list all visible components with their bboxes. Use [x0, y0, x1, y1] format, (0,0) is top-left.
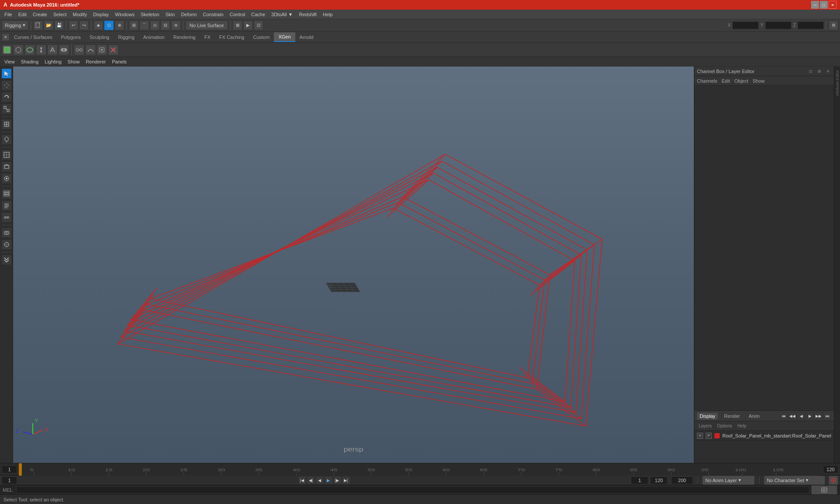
channel-box-btn[interactable]	[1, 189, 12, 199]
play-back-btn[interactable]: ◀	[316, 476, 324, 484]
x-field[interactable]	[732, 21, 759, 29]
layer-nav-first[interactable]: ⏮	[780, 412, 788, 420]
layer-nav-prev[interactable]: ◀	[797, 412, 805, 420]
frame-start-field[interactable]	[2, 466, 17, 473]
menu-item--dtoall--[interactable]: 3DtoAll ▼	[269, 11, 295, 18]
tab-xgen[interactable]: XGen	[274, 32, 295, 42]
menu-item-skeleton[interactable]: Skeleton	[138, 11, 162, 18]
menu-item-file[interactable]: File	[2, 11, 15, 18]
channel-float-btn[interactable]: ⊡	[808, 68, 814, 74]
view-menu-lighting[interactable]: Lighting	[42, 58, 64, 65]
layer-playback[interactable]: P	[706, 433, 712, 439]
char-set-dropdown[interactable]: No Character Set ▾	[764, 476, 825, 485]
view-menu-panels[interactable]: Panels	[109, 58, 130, 65]
go-to-end-btn[interactable]: ▶|	[342, 476, 350, 484]
view-menu-renderer[interactable]: Renderer	[83, 58, 108, 65]
select-tool[interactable]	[1, 68, 12, 79]
auto-key-btn[interactable]	[829, 476, 838, 485]
menu-item-cache[interactable]: Cache	[248, 11, 268, 18]
snap-curve-btn[interactable]: ⌒	[140, 21, 149, 30]
tab-show[interactable]: Show	[752, 78, 765, 84]
current-frame-field[interactable]	[2, 476, 17, 484]
shelf-ik[interactable]	[47, 45, 58, 55]
command-input[interactable]	[16, 486, 809, 494]
undo-btn[interactable]: ↩	[69, 21, 78, 30]
new-scene-btn[interactable]	[33, 21, 43, 30]
view-menu-view[interactable]: View	[2, 58, 18, 65]
tab-sculpting[interactable]: Sculpting	[85, 32, 114, 42]
isolate-btn[interactable]	[1, 239, 12, 250]
render-btn[interactable]: ▶	[243, 21, 253, 30]
channel-lock-btn[interactable]: ⊞	[816, 68, 822, 74]
tab-rigging[interactable]: Rigging	[114, 32, 139, 42]
snap-grid-btn[interactable]: ⊞	[129, 21, 139, 30]
tab-custom[interactable]: Custom	[249, 32, 274, 42]
layer-nav-prev-prev[interactable]: ◀◀	[788, 412, 796, 420]
options-menu[interactable]: Options	[715, 423, 734, 429]
anim-layer-dropdown[interactable]: No Anim Layer ▾	[702, 476, 755, 485]
y-field[interactable]	[765, 21, 791, 29]
help-menu[interactable]: Help	[735, 423, 748, 429]
layer-item[interactable]: V P Roof_Solar_Panel_mb_standart:Roof_So…	[694, 431, 834, 441]
le-tab-anim[interactable]: Anim	[746, 413, 762, 420]
settings-btn[interactable]: ⚙	[829, 21, 838, 30]
tab-menu-btn[interactable]: ≡	[2, 33, 10, 41]
maximize-button[interactable]: □	[820, 1, 828, 9]
shelf-deform[interactable]	[85, 45, 96, 55]
tab-polygons[interactable]: Polygons	[56, 32, 85, 42]
attr-editor-label[interactable]: Attribute Editor	[835, 68, 840, 98]
z-field[interactable]	[798, 21, 824, 29]
menu-item-display[interactable]: Display	[91, 11, 112, 18]
tab-rendering[interactable]: Rendering	[169, 32, 200, 42]
channel-close-btn[interactable]: ✕	[825, 68, 831, 74]
frame-btn[interactable]	[1, 161, 12, 172]
menu-item-modify[interactable]: Modify	[70, 11, 89, 18]
rotate-tool[interactable]	[1, 92, 12, 102]
ipr-render-btn[interactable]: ⊡	[254, 21, 263, 30]
timeline-ticks[interactable]: 5 10 15 20 25 30 35 40 45 50 55 60 65 70…	[19, 463, 821, 476]
snap-view-btn[interactable]: ⊟	[161, 21, 170, 30]
step-back-btn[interactable]: ◀|	[307, 476, 315, 484]
workspace-dropdown[interactable]: Rigging ▾	[2, 21, 28, 30]
tab-animation[interactable]: Animation	[139, 32, 169, 42]
le-tab-display[interactable]: Display	[697, 413, 718, 420]
open-scene-btn[interactable]: 📂	[44, 21, 53, 30]
layer-visibility[interactable]: V	[697, 433, 703, 439]
render-settings-btn[interactable]: ⊠	[233, 21, 242, 30]
step-forward-btn[interactable]: |▶	[333, 476, 341, 484]
lasso-select-btn[interactable]: ⊡	[104, 21, 114, 30]
frame-end-field[interactable]	[823, 466, 838, 473]
scale-tool[interactable]	[1, 104, 12, 114]
playback-end-field[interactable]	[671, 476, 693, 484]
main-viewport[interactable]: View Shading Lighting Show Renderer Pane…	[13, 66, 694, 463]
close-button[interactable]: ✕	[829, 1, 836, 9]
attribute-btn[interactable]	[1, 200, 12, 211]
last-tool[interactable]	[1, 119, 12, 130]
no-live-surface-btn[interactable]: No Live Surface	[186, 21, 228, 30]
layer-nav-next-next[interactable]: ▶▶	[815, 412, 822, 420]
tab-channels[interactable]: Channels	[697, 78, 717, 84]
shelf-constraint[interactable]	[74, 45, 84, 55]
range-start-field[interactable]	[631, 476, 648, 484]
save-scene-btn[interactable]: 💾	[54, 21, 64, 30]
tab-fx[interactable]: FX	[200, 32, 215, 42]
tab-arnold[interactable]: Arnold	[295, 32, 318, 42]
menu-item-control[interactable]: Control	[227, 11, 248, 18]
shelf-control[interactable]	[97, 45, 107, 55]
show-menu-btn[interactable]	[1, 255, 12, 265]
menu-item-deform[interactable]: Deform	[178, 11, 200, 18]
redo-btn[interactable]: ↪	[79, 21, 89, 30]
le-tab-render[interactable]: Render	[721, 413, 742, 420]
shelf-x[interactable]	[108, 45, 119, 55]
play-forward-btn[interactable]: ▶	[325, 476, 332, 484]
shelf-circle[interactable]	[13, 45, 24, 55]
layer-nav-last[interactable]: ⏭	[823, 412, 831, 420]
layer-color-swatch[interactable]	[714, 433, 720, 438]
view-menu-shading[interactable]: Shading	[18, 58, 41, 65]
menu-item-skin[interactable]: Skin	[163, 11, 177, 18]
layer-nav-next[interactable]: ▶	[806, 412, 814, 420]
menu-item-windows[interactable]: Windows	[112, 11, 137, 18]
menu-item-constrain[interactable]: Constrain	[200, 11, 226, 18]
paint-select-btn[interactable]: ⊕	[115, 21, 124, 30]
render-view-btn[interactable]	[1, 173, 12, 184]
